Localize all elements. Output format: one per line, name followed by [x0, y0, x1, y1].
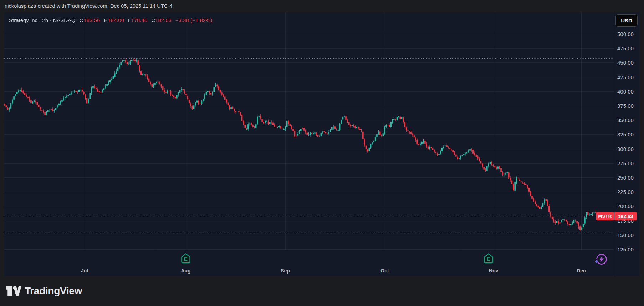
- open-label: O: [80, 17, 84, 23]
- close-label: C: [151, 17, 155, 23]
- earnings-icon[interactable]: E: [483, 253, 494, 265]
- price-tick-label: 250.00: [617, 175, 640, 181]
- symbol-flag: MSTR: [596, 212, 614, 220]
- currency-button[interactable]: USD: [615, 14, 638, 27]
- price-tick-label: 200.00: [617, 203, 640, 209]
- candlestick-chart[interactable]: [4, 12, 614, 250]
- price-tick-label: 300.00: [617, 146, 640, 152]
- chart-legend: Strategy Inc · 2h · NASDAQO183.56H184.00…: [9, 17, 212, 23]
- boost-icon[interactable]: [593, 252, 608, 268]
- time-label-nov: Nov: [489, 268, 498, 274]
- symbol-title[interactable]: Strategy Inc · 2h · NASDAQ: [9, 17, 76, 23]
- price-tick-label: 500.00: [617, 31, 640, 37]
- time-label-dec: Dec: [577, 268, 586, 274]
- chart-widget: Strategy Inc · 2h · NASDAQO183.56H184.00…: [4, 12, 639, 276]
- tradingview-logo-text: TradingView: [25, 285, 82, 297]
- open-value: 183.56: [83, 17, 100, 23]
- last-price-label[interactable]: 182.63: [614, 212, 637, 220]
- time-axis-separator: [4, 250, 639, 250]
- time-label-aug: Aug: [181, 268, 190, 274]
- price-tick-label: 350.00: [617, 117, 640, 123]
- time-label-sep: Sep: [281, 268, 290, 274]
- snapshot-header: nickolasplaza created with TradingView.c…: [0, 0, 644, 12]
- watermark-text: nickolasplaza created with TradingView.c…: [5, 3, 173, 9]
- low-value: 178.46: [131, 17, 147, 23]
- time-label-oct: Oct: [380, 268, 389, 274]
- close-value: 182.63: [155, 17, 172, 23]
- price-tick-label: 375.00: [617, 103, 640, 109]
- svg-text:E: E: [487, 256, 490, 262]
- earnings-icon[interactable]: E: [180, 253, 191, 265]
- price-tick-label: 425.00: [617, 74, 640, 80]
- footer-bar: TradingView: [0, 276, 644, 306]
- price-tick-label: 450.00: [617, 60, 640, 66]
- high-value: 184.00: [108, 17, 124, 23]
- price-axis-separator: [614, 12, 614, 276]
- price-tick-label: 150.00: [617, 232, 640, 238]
- tradingview-logo-icon: [6, 286, 21, 296]
- price-tick-label: 475.00: [617, 45, 640, 51]
- price-tick-label: 400.00: [617, 89, 640, 95]
- price-tick-label: 325.00: [617, 131, 640, 137]
- change-value: −3.38 (−1.82%): [175, 17, 212, 23]
- price-tick-label: 275.00: [617, 160, 640, 166]
- price-tick-label: 125.00: [617, 246, 640, 252]
- price-tick-label: 225.00: [617, 189, 640, 195]
- svg-text:E: E: [184, 256, 188, 262]
- high-label: H: [104, 17, 108, 23]
- time-label-jul: Jul: [81, 268, 88, 274]
- tradingview-logo[interactable]: TradingView: [6, 285, 82, 297]
